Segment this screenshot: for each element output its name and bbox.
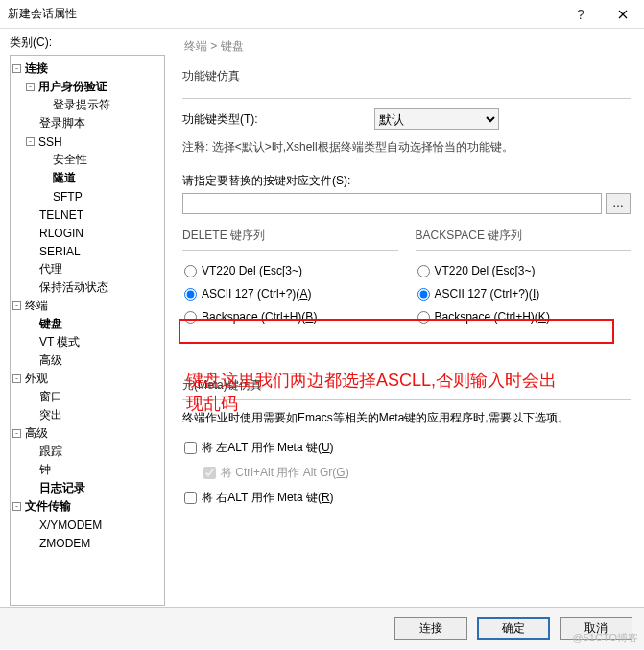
tree-item[interactable]: -外观 bbox=[12, 370, 162, 388]
help-button[interactable]: ? bbox=[560, 0, 602, 29]
collapse-icon[interactable]: - bbox=[12, 64, 21, 73]
tree-item-label: 窗口 bbox=[37, 389, 62, 405]
tree-item[interactable]: -用户身份验证 bbox=[12, 78, 162, 96]
tree-item[interactable]: 代理 bbox=[12, 260, 162, 278]
delete-opt-vt220[interactable]: VT220 Del (Esc[3~) bbox=[182, 260, 398, 281]
tree-item-label: 登录提示符 bbox=[51, 97, 110, 113]
tree-item[interactable]: SFTP bbox=[12, 187, 162, 205]
settings-panel: 终端 > 键盘 功能键仿真 功能键类型(T): 默认 注释: 选择<默认>时,X… bbox=[173, 29, 644, 607]
tree-item[interactable]: 日志记录 bbox=[12, 479, 162, 497]
category-panel: 类别(C): -连接-用户身份验证登录提示符登录脚本-SSH安全性隧道SFTPT… bbox=[0, 29, 173, 607]
close-button[interactable] bbox=[602, 0, 644, 29]
tree-item-label: 安全性 bbox=[51, 152, 87, 168]
tree-item-label: 高级 bbox=[37, 352, 62, 369]
collapse-icon[interactable]: - bbox=[26, 83, 35, 91]
ok-button[interactable]: 确定 bbox=[477, 617, 550, 640]
tree-item-label: 保持活动状态 bbox=[37, 279, 108, 296]
tree-item[interactable]: TELNET bbox=[12, 205, 162, 224]
tree-item-label: 隧道 bbox=[51, 170, 76, 186]
tree-item-label: 钟 bbox=[37, 462, 51, 478]
tree-item-label: VT 模式 bbox=[37, 334, 80, 350]
meta-note: 终端作业时使用需要如Emacs等相关的Meta键的应用程序时,需要以下选项。 bbox=[182, 410, 631, 426]
tree-item-label: 键盘 bbox=[37, 316, 62, 332]
section-meta: 元(Meta)键仿真 bbox=[182, 377, 631, 397]
tree-item[interactable]: 跟踪 bbox=[12, 443, 162, 461]
ctrl-alt-altgr-checkbox: 将 Ctrl+Alt 用作 Alt Gr(G) bbox=[182, 461, 631, 484]
tree-item-label: RLOGIN bbox=[37, 227, 83, 240]
tree-item[interactable]: 安全性 bbox=[12, 151, 162, 169]
tree-item[interactable]: 高级 bbox=[12, 351, 162, 370]
replace-file-input[interactable] bbox=[182, 193, 602, 214]
tree-item[interactable]: ZMODEM bbox=[12, 534, 162, 552]
section-funckey: 功能键仿真 bbox=[182, 68, 631, 88]
backspace-title: BACKSPACE 键序列 bbox=[416, 228, 632, 244]
tree-item-label: 跟踪 bbox=[37, 444, 62, 460]
collapse-icon[interactable]: - bbox=[12, 301, 21, 310]
titlebar: 新建会话属性 ? bbox=[0, 0, 644, 29]
right-alt-meta-checkbox[interactable]: 将 右ALT 用作 Meta 键(R) bbox=[182, 486, 631, 509]
backspace-opt-vt220[interactable]: VT220 Del (Esc[3~) bbox=[416, 260, 632, 281]
backspace-opt-ascii127[interactable]: ASCII 127 (Ctrl+?)(I) bbox=[416, 283, 632, 304]
tree-item[interactable]: VT 模式 bbox=[12, 333, 162, 351]
tree-item[interactable]: SERIAL bbox=[12, 242, 162, 260]
left-alt-meta-checkbox[interactable]: 将 左ALT 用作 Meta 键(U) bbox=[182, 436, 631, 459]
watermark: @51CTO博客 bbox=[573, 631, 638, 645]
tree-item[interactable]: 保持活动状态 bbox=[12, 278, 162, 297]
tree-item[interactable]: -SSH bbox=[12, 132, 162, 151]
dialog-footer: 连接 确定 取消 @51CTO博客 bbox=[0, 607, 644, 649]
tree-item[interactable]: RLOGIN bbox=[12, 224, 162, 242]
tree-item-label: ZMODEM bbox=[37, 537, 90, 550]
category-tree[interactable]: -连接-用户身份验证登录提示符登录脚本-SSH安全性隧道SFTPTELNETRL… bbox=[10, 55, 165, 606]
tree-item-label: 用户身份验证 bbox=[36, 79, 107, 95]
tree-item[interactable]: -终端 bbox=[12, 297, 162, 315]
tree-item-label: TELNET bbox=[37, 208, 83, 222]
tree-item-label: SERIAL bbox=[37, 245, 81, 258]
close-icon bbox=[618, 10, 628, 19]
tree-item-label: SSH bbox=[36, 135, 62, 149]
tree-item-label: 高级 bbox=[23, 425, 48, 442]
tree-item-label: 代理 bbox=[37, 261, 62, 277]
window-title: 新建会话属性 bbox=[8, 6, 560, 22]
funckey-type-label: 功能键类型(T): bbox=[182, 111, 374, 128]
tree-item-label: X/YMODEM bbox=[37, 518, 102, 532]
collapse-icon[interactable]: - bbox=[26, 137, 35, 146]
browse-button[interactable]: … bbox=[606, 193, 631, 214]
tree-item-label: 文件传输 bbox=[23, 498, 71, 515]
funckey-note: 注释: 选择<默认>时,Xshell根据终端类型自动选择恰当的功能键。 bbox=[182, 139, 631, 156]
tree-item-label: SFTP bbox=[51, 190, 83, 204]
tree-item[interactable]: 隧道 bbox=[12, 169, 162, 187]
tree-item[interactable]: -连接 bbox=[12, 60, 162, 78]
replace-file-label: 请指定要替换的按键对应文件(S): bbox=[182, 173, 631, 189]
delete-opt-backspace[interactable]: Backspace (Ctrl+H)(B) bbox=[182, 306, 398, 327]
tree-item-label: 连接 bbox=[23, 60, 48, 77]
tree-item-label: 登录脚本 bbox=[37, 115, 85, 132]
category-label: 类别(C): bbox=[10, 35, 165, 51]
tree-item-label: 突出 bbox=[37, 407, 62, 423]
delete-opt-ascii127[interactable]: ASCII 127 (Ctrl+?)(A) bbox=[182, 283, 398, 304]
collapse-icon[interactable]: - bbox=[12, 374, 21, 383]
tree-item[interactable]: 钟 bbox=[12, 461, 162, 479]
tree-item[interactable]: 窗口 bbox=[12, 388, 162, 406]
tree-item[interactable]: 突出 bbox=[12, 406, 162, 424]
tree-item[interactable]: -文件传输 bbox=[12, 497, 162, 516]
tree-item[interactable]: 登录脚本 bbox=[12, 114, 162, 132]
breadcrumb: 终端 > 键盘 bbox=[184, 38, 631, 55]
funckey-type-select[interactable]: 默认 bbox=[374, 108, 499, 130]
delete-sequence-group: DELETE 键序列 VT220 Del (Esc[3~) ASCII 127 … bbox=[182, 228, 398, 329]
collapse-icon[interactable]: - bbox=[12, 502, 21, 511]
tree-item-label: 外观 bbox=[23, 371, 48, 387]
tree-item-label: 日志记录 bbox=[37, 480, 85, 496]
backspace-opt-backspace[interactable]: Backspace (Ctrl+H)(K) bbox=[416, 306, 632, 327]
tree-item-label: 终端 bbox=[23, 298, 48, 314]
collapse-icon[interactable]: - bbox=[12, 429, 21, 438]
connect-button[interactable]: 连接 bbox=[394, 617, 467, 640]
tree-item[interactable]: 键盘 bbox=[12, 315, 162, 333]
tree-item[interactable]: 登录提示符 bbox=[12, 96, 162, 114]
backspace-sequence-group: BACKSPACE 键序列 VT220 Del (Esc[3~) ASCII 1… bbox=[416, 228, 632, 329]
delete-title: DELETE 键序列 bbox=[182, 228, 398, 244]
tree-item[interactable]: X/YMODEM bbox=[12, 516, 162, 534]
tree-item[interactable]: -高级 bbox=[12, 424, 162, 443]
